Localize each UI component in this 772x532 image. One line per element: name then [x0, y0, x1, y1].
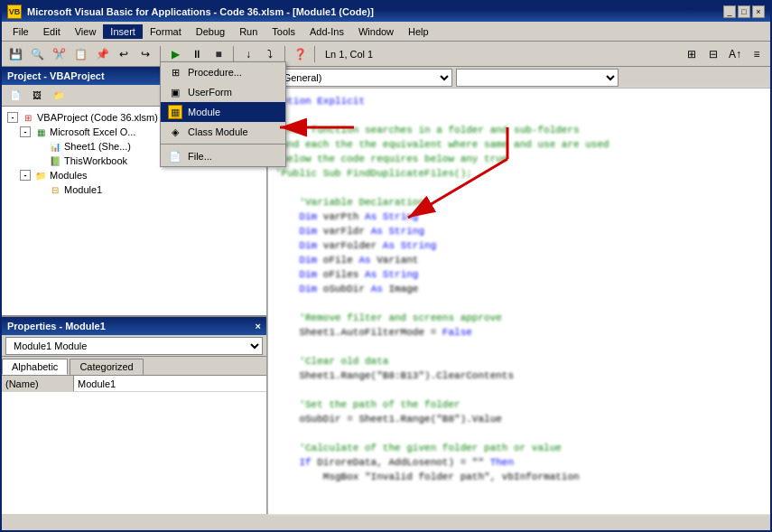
tree-label-workbook: ThisWorkbook — [64, 155, 127, 166]
tree-item-module1[interactable]: ⊟ Module1 — [5, 182, 263, 197]
tree-label-module1: Module1 — [64, 184, 102, 195]
tree-item-modules[interactable]: - 📁 Modules — [5, 168, 263, 182]
menu-addins[interactable]: Add-Ins — [302, 24, 351, 39]
code-content[interactable]: Option Explicit 'This function searches … — [268, 89, 770, 514]
file-icon: 📄 — [168, 149, 182, 163]
toolbar-btn4[interactable]: 📋 — [70, 44, 90, 64]
userform-icon: ▣ — [168, 85, 182, 99]
toolbar-save-btn[interactable]: 💾 — [5, 44, 25, 64]
toolbar-sep3 — [284, 46, 285, 62]
sheet-icon: 📊 — [48, 140, 62, 153]
toolbar-help[interactable]: ❓ — [290, 44, 310, 64]
tree-label-modules: Modules — [50, 170, 88, 181]
expand-vbaproject[interactable]: - — [7, 112, 18, 123]
props-header: Properties - Module1 × — [2, 317, 266, 335]
tab-alphabetic[interactable]: Alphabetic — [2, 359, 68, 375]
app-icon: VB — [7, 5, 22, 19]
tree-label-vbaproject: VBAProject (Code 36.xlsm) — [37, 112, 158, 123]
title-controls: _ □ × — [723, 5, 765, 18]
code-line-10: Dim varFldr As String — [275, 224, 763, 238]
menu-file[interactable]: File — [5, 24, 36, 39]
maximize-button[interactable]: □ — [738, 5, 750, 18]
toolbar-undo[interactable]: ↩ — [114, 44, 134, 64]
props-name-label: (Name) — [2, 376, 74, 391]
module-label: Module — [188, 107, 220, 117]
view-code-btn[interactable]: 📄 — [5, 86, 25, 106]
toolbar: 💾 🔍 ✂️ 📋 📌 ↩ ↪ ▶ ⏸ ■ ↓ ⤵ ❓ Ln 1, Col 1 ⊞… — [2, 42, 770, 67]
toolbar-btn2[interactable]: 🔍 — [27, 44, 47, 64]
code-line-5: 'below the code requires below any true — [275, 152, 763, 166]
code-line-19: 'Clear old data — [275, 354, 763, 369]
view-object-btn[interactable]: 🖼 — [27, 86, 47, 106]
menu-separator — [161, 144, 285, 145]
menu-edit[interactable]: Edit — [36, 24, 68, 39]
code-line-22: 'Set the path of the folder — [275, 397, 763, 412]
title-text: Microsoft Visual Basic for Applications … — [27, 6, 718, 17]
toolbar-redo[interactable]: ↪ — [135, 44, 155, 64]
toolbar-btn3[interactable]: ✂️ — [49, 44, 69, 64]
vba-icon: ⊞ — [21, 111, 35, 124]
props-object-combo[interactable]: Module1 Module — [5, 337, 263, 355]
toggle-folders-btn[interactable]: 📁 — [49, 86, 69, 106]
code-line-11: Dim varFolder As String — [275, 238, 763, 253]
toolbar-btn5[interactable]: 📌 — [92, 44, 112, 64]
menu-insert[interactable]: Insert — [103, 24, 143, 39]
code-line-15 — [275, 296, 763, 311]
toolbar-sep2 — [233, 46, 234, 62]
code-line-24 — [275, 426, 763, 441]
main-area: Project - VBAProject × 📄 🖼 📁 - ⊞ VBAProj… — [2, 67, 770, 514]
userform-label: UserForm — [188, 87, 232, 98]
code-area: (General) Option Explicit 'This function… — [268, 67, 770, 514]
menu-debug[interactable]: Debug — [189, 24, 232, 39]
procedure-label: Procedure... — [188, 67, 242, 78]
class-module-icon: ◈ — [168, 125, 182, 139]
menu-view[interactable]: View — [68, 24, 104, 39]
code-line-9: Dim varPth As String — [275, 210, 763, 224]
menu-procedure[interactable]: ⊞ Procedure... — [161, 62, 285, 82]
props-row-name: (Name) Module1 — [2, 376, 266, 392]
code-object-combo[interactable]: (General) — [272, 69, 452, 87]
code-line-17: Sheet1.AutoFilterMode = False — [275, 325, 763, 340]
code-line-20: Sheet1.Range("B8:B13").ClearContents — [275, 369, 763, 383]
toolbar-sep1 — [160, 46, 161, 62]
menu-help[interactable]: Help — [401, 24, 436, 39]
menu-format[interactable]: Format — [143, 24, 189, 39]
tab-categorized[interactable]: Categorized — [70, 359, 143, 375]
toolbar-btn-right3[interactable]: A↑ — [725, 44, 745, 64]
code-line-8: 'Variable Declarations — [275, 195, 763, 210]
class-module-label: Class Module — [188, 126, 248, 137]
insert-dropdown-menu: ⊞ Procedure... ▣ UserForm ▦ Module ◈ Cla… — [160, 61, 286, 167]
code-toolbar: (General) — [268, 67, 770, 89]
code-line-16: 'Remove filter and screens approve — [275, 311, 763, 325]
menu-class-module[interactable]: ◈ Class Module — [161, 122, 285, 142]
menu-run[interactable]: Run — [232, 24, 265, 39]
props-close[interactable]: × — [256, 321, 261, 331]
code-line-7 — [275, 181, 763, 195]
toolbar-sep4 — [314, 46, 315, 62]
expand-modules[interactable]: - — [20, 170, 31, 181]
location-label: Ln 1, Col 1 — [320, 49, 378, 60]
expand-excel[interactable]: - — [20, 126, 31, 137]
code-line-6: 'Public Sub FindDuplicateFiles(); — [275, 166, 763, 181]
code-line-27: MsgBox "Invalid folder path", vbInformat… — [275, 470, 763, 484]
file-label: File... — [188, 151, 212, 162]
minimize-button[interactable]: _ — [723, 5, 736, 18]
code-line-18 — [275, 340, 763, 354]
procedure-icon: ⊞ — [168, 65, 182, 79]
code-procedure-combo[interactable] — [456, 69, 619, 87]
props-object-selector: Module1 Module — [2, 335, 266, 357]
close-button[interactable]: × — [752, 5, 765, 18]
properties-panel: Properties - Module1 × Module1 Module Al… — [2, 315, 266, 514]
props-grid: (Name) Module1 — [2, 376, 266, 514]
menu-userform[interactable]: ▣ UserForm — [161, 82, 285, 102]
menu-file[interactable]: 📄 File... — [161, 146, 285, 166]
menu-tools[interactable]: Tools — [265, 24, 302, 39]
menu-window[interactable]: Window — [351, 24, 401, 39]
props-title: Properties - Module1 — [7, 321, 106, 331]
code-line-23: oSubDir = Sheet1.Range("B8").Value — [275, 412, 763, 426]
toolbar-btn-right2[interactable]: ⊟ — [703, 44, 723, 64]
tree-label-excel: Microsoft Excel O... — [50, 126, 135, 137]
menu-module[interactable]: ▦ Module — [161, 102, 285, 122]
toolbar-btn-right4[interactable]: ≡ — [747, 44, 767, 64]
toolbar-btn-right1[interactable]: ⊞ — [682, 44, 702, 64]
